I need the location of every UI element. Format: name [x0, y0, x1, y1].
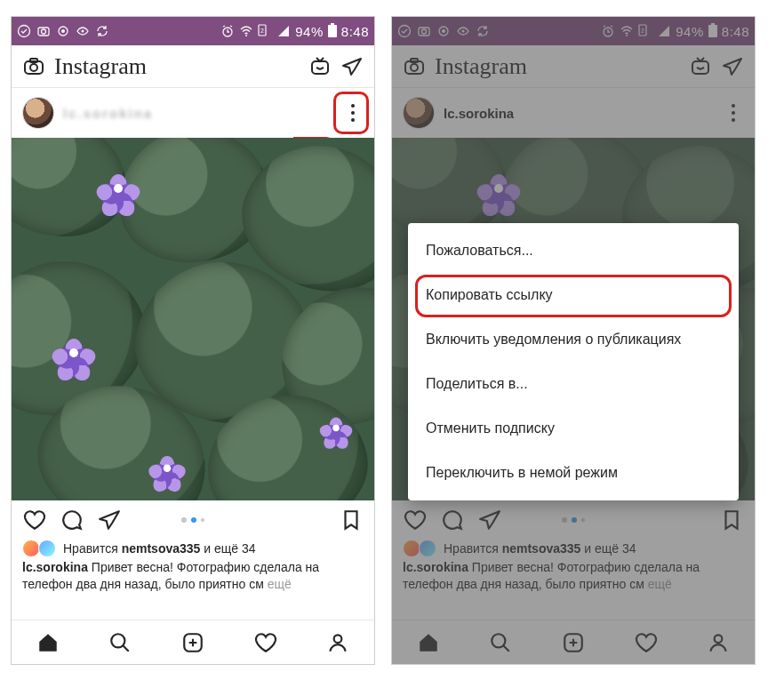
nav-home-icon[interactable]	[36, 630, 60, 655]
svg-point-11	[30, 64, 37, 71]
nav-search-icon[interactable]	[108, 630, 132, 655]
svg-rect-1	[38, 28, 49, 36]
bookmark-icon[interactable]	[339, 508, 364, 532]
svg-rect-13	[312, 61, 328, 74]
caption-username: lc.sorokina	[22, 560, 88, 574]
svg-text:2: 2	[260, 28, 264, 34]
instagram-logo: Instagram	[54, 53, 147, 80]
svg-point-0	[19, 26, 30, 37]
like-icon[interactable]	[22, 508, 47, 532]
status-icon-record	[436, 24, 451, 38]
camera-icon[interactable]	[22, 55, 45, 78]
svg-point-29	[411, 64, 418, 71]
camera-icon[interactable]	[403, 55, 426, 78]
post-options-menu: Пожаловаться... Копировать ссылку Включи…	[408, 223, 739, 500]
post-more-options-button[interactable]	[342, 98, 364, 128]
post-username-blurred[interactable]: lc.sorokina	[63, 106, 153, 121]
status-icon-alarm	[601, 24, 615, 38]
svg-point-5	[82, 30, 84, 33]
svg-point-17	[334, 635, 342, 643]
svg-point-34	[715, 635, 723, 643]
menu-item-turn-on-notifications[interactable]: Включить уведомления о публикациях	[408, 317, 739, 362]
liker-avatar	[22, 540, 40, 557]
post-action-bar	[392, 500, 755, 540]
status-icon-record	[56, 24, 70, 38]
status-time: 8:48	[341, 24, 369, 39]
status-icon-sync	[95, 24, 109, 38]
caption-username: lc.sorokina	[403, 560, 468, 574]
caption-more[interactable]: ещё	[268, 577, 292, 591]
svg-rect-31	[692, 61, 708, 74]
nav-search-icon[interactable]	[488, 630, 513, 655]
status-icon-alarm	[220, 24, 235, 38]
menu-item-share-to[interactable]: Поделиться в...	[408, 362, 739, 406]
carousel-pager	[562, 517, 585, 523]
nav-activity-icon[interactable]	[253, 630, 278, 655]
svg-rect-19	[419, 28, 429, 36]
liker-avatar	[419, 540, 436, 557]
phone-screenshot-left: 2 94% 8:48 Instagram lc.sorokina	[11, 16, 375, 665]
bookmark-icon[interactable]	[719, 508, 744, 532]
post-header: lc.sorokina	[392, 88, 755, 138]
status-icon-sim: 2	[258, 24, 272, 38]
status-battery-icon	[328, 25, 337, 37]
post-header: lc.sorokina	[12, 88, 374, 138]
comment-icon[interactable]	[60, 508, 84, 532]
status-icon-camera	[36, 24, 51, 38]
svg-point-25	[626, 35, 628, 36]
status-icon-eye	[76, 24, 90, 38]
status-icon-camera	[417, 24, 431, 38]
menu-item-report[interactable]: Пожаловаться...	[408, 228, 739, 273]
post-caption[interactable]: lc.sorokina Привет весна! Фотографию сде…	[392, 557, 755, 593]
post-username[interactable]: lc.sorokina	[444, 106, 514, 121]
nav-activity-icon[interactable]	[634, 630, 659, 655]
svg-point-32	[492, 634, 506, 647]
status-icon-sim: 2	[638, 24, 652, 38]
share-icon[interactable]	[97, 508, 122, 532]
svg-point-15	[112, 634, 125, 647]
status-icon-wifi	[239, 24, 253, 38]
svg-point-2	[42, 29, 46, 34]
nav-add-icon[interactable]	[180, 630, 205, 655]
svg-point-4	[61, 29, 65, 33]
likes-row[interactable]: Нравится nemtsova335 и ещё 34	[12, 540, 374, 557]
igtv-icon[interactable]	[689, 55, 712, 78]
like-icon[interactable]	[403, 508, 428, 532]
direct-message-icon[interactable]	[721, 55, 744, 78]
svg-point-7	[245, 35, 247, 36]
svg-text:2: 2	[641, 28, 644, 34]
status-icon-check	[17, 24, 31, 38]
direct-message-icon[interactable]	[340, 55, 364, 78]
instagram-header: Instagram	[12, 45, 374, 88]
svg-point-22	[442, 29, 445, 33]
post-image[interactable]	[12, 138, 374, 500]
status-battery-pct: 94%	[295, 24, 324, 39]
comment-icon[interactable]	[440, 508, 465, 532]
nav-profile-icon[interactable]	[325, 630, 350, 655]
status-battery-icon	[708, 25, 717, 37]
nav-home-icon[interactable]	[416, 630, 441, 655]
likes-row[interactable]: Нравится nemtsova335 и ещё 34	[392, 540, 755, 557]
nav-add-icon[interactable]	[561, 630, 586, 655]
caption-more[interactable]: ещё	[648, 577, 672, 591]
menu-item-copy-link[interactable]: Копировать ссылку	[408, 273, 739, 317]
status-icon-sync	[476, 24, 490, 38]
avatar[interactable]	[403, 97, 435, 129]
phone-screenshot-right: 2 94% 8:48 Instagram lc.sorokina	[391, 16, 756, 665]
svg-point-18	[399, 26, 411, 37]
post-caption[interactable]: lc.sorokina Привет весна! Фотографию сде…	[12, 557, 374, 593]
igtv-icon[interactable]	[308, 55, 332, 78]
avatar[interactable]	[22, 97, 54, 129]
share-icon[interactable]	[477, 508, 502, 532]
status-icon-signal	[276, 24, 291, 38]
svg-point-23	[462, 30, 465, 33]
menu-item-mute[interactable]: Переключить в немой режим	[408, 451, 739, 495]
liker-avatar	[403, 540, 420, 557]
menu-item-unfollow[interactable]: Отменить подписку	[408, 406, 739, 451]
android-status-bar: 2 94% 8:48	[12, 17, 374, 45]
instagram-logo: Instagram	[435, 53, 527, 80]
status-icon-check	[397, 24, 412, 38]
status-icon-signal	[657, 24, 671, 38]
nav-profile-icon[interactable]	[706, 630, 731, 655]
post-more-options-button[interactable]	[723, 98, 744, 128]
